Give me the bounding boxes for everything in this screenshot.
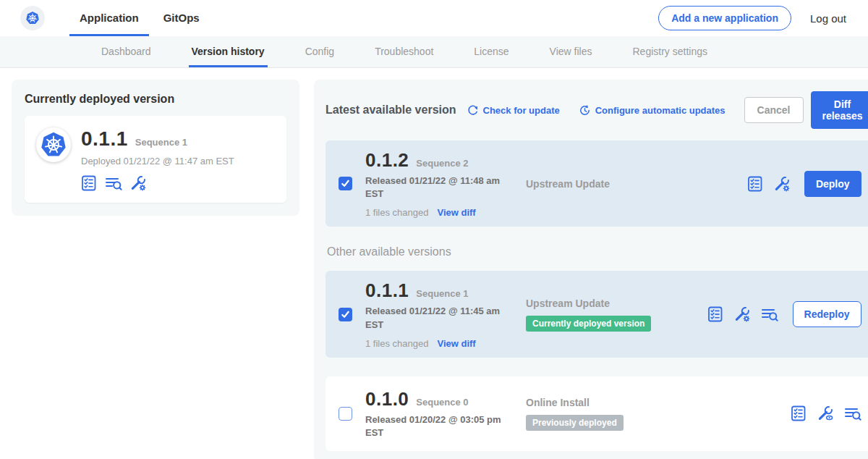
version-number: 0.1.0: [365, 388, 409, 410]
deploy-logs-icon[interactable]: [105, 175, 122, 191]
version-checkbox[interactable]: [339, 407, 352, 421]
version-sequence: Sequence 1: [416, 288, 468, 299]
add-application-button[interactable]: Add a new application: [658, 6, 791, 30]
version-source-label: Upstream Update: [526, 178, 689, 190]
released-timestamp: Released 01/21/22 @ 11:45 am EST: [365, 305, 507, 331]
released-timestamp: Released 01/21/22 @ 11:48 am EST: [365, 174, 507, 201]
top-nav: Application GitOps Add a new application…: [0, 0, 868, 36]
latest-available-title: Latest available version: [326, 104, 456, 117]
version-checkbox[interactable]: [339, 177, 352, 190]
available-versions-panel: Latest available version Check for updat…: [314, 80, 868, 459]
version-number: 0.1.2: [365, 149, 409, 172]
subnav-config[interactable]: Config: [305, 36, 334, 67]
logout-button[interactable]: Log out: [810, 12, 846, 25]
diff-releases-button[interactable]: Diff releases: [811, 91, 868, 129]
subnav-view-files[interactable]: View files: [550, 36, 592, 67]
deployed-sequence: Sequence 1: [135, 137, 187, 148]
preflight-checks-icon[interactable]: [791, 405, 807, 421]
deploy-logs-icon[interactable]: [844, 405, 861, 421]
currently-deployed-badge: Currently deployed version: [526, 316, 651, 332]
view-diff-link[interactable]: View diff: [437, 338, 475, 349]
check-for-update-link[interactable]: Check for update: [467, 104, 560, 117]
edit-config-icon[interactable]: [130, 175, 146, 191]
redeploy-button[interactable]: Redeploy: [793, 301, 861, 327]
app-sub-nav: Dashboard Version history Config Trouble…: [0, 36, 868, 68]
app-icon-kubernetes: [36, 127, 71, 162]
version-sequence: Sequence 0: [416, 397, 468, 408]
files-changed-label: 1 files changed: [365, 338, 428, 349]
other-versions-title: Other available versions: [327, 245, 868, 258]
view-diff-link[interactable]: View diff: [437, 207, 475, 218]
deployed-version-number: 0.1.1: [81, 127, 128, 151]
version-source-label: Upstream Update: [526, 298, 689, 309]
cancel-button[interactable]: Cancel: [744, 97, 804, 123]
deployed-version-card: 0.1.1 Sequence 1 Deployed 01/21/22 @ 11:…: [25, 116, 286, 203]
version-checkbox[interactable]: [339, 308, 352, 321]
version-row-0-1-2: 0.1.2 Sequence 2 Released 01/21/22 @ 11:…: [326, 140, 868, 227]
check-for-update-icon: [467, 104, 479, 117]
deploy-logs-icon[interactable]: [761, 306, 778, 322]
subnav-dashboard[interactable]: Dashboard: [101, 36, 151, 67]
edit-config-icon[interactable]: [734, 306, 750, 322]
deploy-button[interactable]: Deploy: [804, 171, 861, 197]
edit-config-icon[interactable]: [774, 176, 790, 192]
files-changed-label: 1 files changed: [365, 207, 428, 218]
preflight-checks-icon[interactable]: [81, 175, 97, 191]
version-sequence: Sequence 2: [416, 158, 468, 169]
currently-deployed-title: Currently deployed version: [25, 93, 286, 106]
subnav-license[interactable]: License: [474, 36, 509, 67]
previously-deployed-badge: Previously deployed: [526, 415, 624, 431]
tab-application[interactable]: Application: [69, 0, 149, 36]
subnav-version-history[interactable]: Version history: [192, 36, 265, 67]
version-row-0-1-1: 0.1.1 Sequence 1 Released 01/21/22 @ 11:…: [326, 271, 868, 357]
kubernetes-logo: [20, 6, 45, 30]
view-config-icon[interactable]: [817, 405, 833, 421]
version-source-label: Online Install: [526, 397, 689, 408]
deployed-timestamp: Deployed 01/21/22 @ 11:47 am EST: [81, 156, 234, 167]
subnav-registry-settings[interactable]: Registry settings: [632, 36, 707, 67]
auto-updates-icon: [579, 104, 591, 117]
preflight-checks-icon[interactable]: [747, 176, 763, 192]
released-timestamp: Released 01/20/22 @ 03:05 pm EST: [365, 413, 507, 439]
tab-gitops[interactable]: GitOps: [153, 0, 210, 36]
subnav-troubleshoot[interactable]: Troubleshoot: [375, 36, 433, 67]
configure-auto-updates-link[interactable]: Configure automatic updates: [579, 104, 726, 117]
preflight-checks-icon[interactable]: [707, 306, 723, 322]
currently-deployed-panel: Currently deployed version 0.1.1 Sequenc…: [12, 80, 299, 216]
version-row-0-1-0: 0.1.0 Sequence 0 Released 01/20/22 @ 03:…: [326, 376, 868, 451]
version-number: 0.1.1: [365, 279, 409, 302]
